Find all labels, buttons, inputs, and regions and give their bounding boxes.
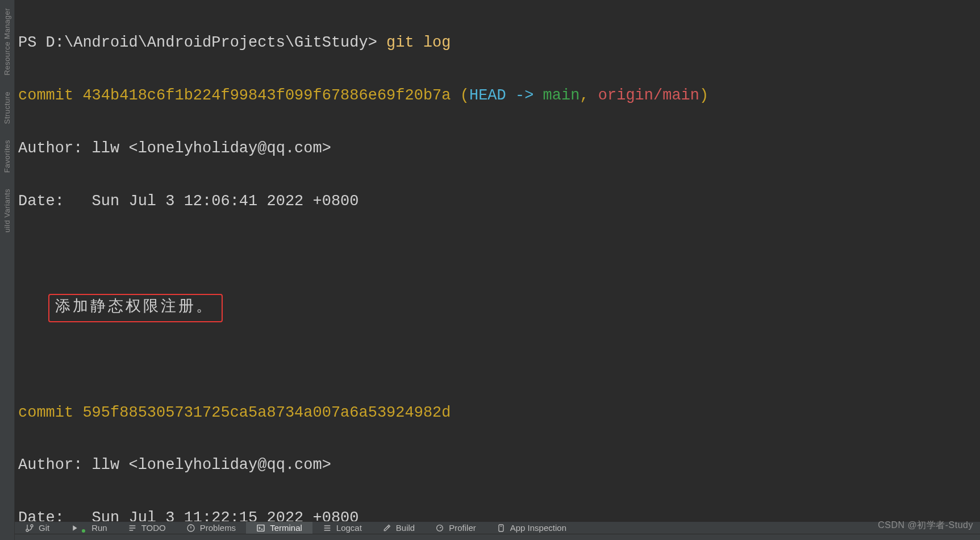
author-line: Author: llw <lonelyholiday@qq.com> [18,452,980,478]
terminal-icon [256,524,265,533]
tool-label: Run [91,523,107,533]
tool-logcat[interactable]: Logcat [312,522,372,534]
inspect-icon [497,524,506,533]
tool-build[interactable]: Build [372,522,425,534]
logcat-icon [323,524,332,533]
problems-icon [186,524,195,533]
tool-label: Problems [200,523,236,533]
date-line: Date: Sun Jul 3 12:06:41 2022 +0800 [18,188,980,214]
svg-rect-5 [499,525,503,531]
commit-hash: 434b418c6f1b224f99843f099f67886e69f20b7a [82,87,451,104]
remote-branch: origin/main [598,87,699,104]
tool-label: Build [396,523,415,533]
svg-rect-3 [257,525,264,531]
date-line: Date: Sun Jul 3 11:22:15 2022 +0800 [18,505,980,521]
tool-run[interactable]: Run [60,522,118,534]
run-status-dot [82,529,85,533]
left-tool-gutter: Resource Manager Structure Favorites uil… [0,0,15,540]
tool-profiler[interactable]: Profiler [425,522,486,534]
head-label: HEAD -> [469,87,543,104]
tool-label: Logcat [336,523,362,533]
tool-label: Terminal [270,523,302,533]
tool-app-inspection[interactable]: App Inspection [486,522,577,534]
tool-label: Profiler [449,523,476,533]
commit-label: commit [18,404,82,421]
build-icon [382,524,391,533]
commit-label: commit [18,87,82,104]
commit-hash: 595f885305731725ca5a8734a007a6a53924982d [82,404,451,421]
tool-problems[interactable]: Problems [176,522,246,534]
status-strip [15,534,980,540]
bottom-tool-bar: Git Run TODO Problems Terminal Logca [15,521,980,534]
author-line: Author: llw <lonelyholiday@qq.com> [18,135,980,161]
tool-git[interactable]: Git [15,522,60,534]
tool-terminal[interactable]: Terminal [246,522,312,534]
prompt-suffix: > [368,34,386,51]
typed-command: git log [386,34,451,51]
tool-label: TODO [141,523,166,533]
tool-label: App Inspection [510,523,566,533]
run-icon [70,524,79,533]
watermark-text: CSDN @初学者-Study [878,520,973,531]
gutter-build-variants[interactable]: uild Variants [3,181,11,240]
gutter-structure[interactable]: Structure [3,84,11,132]
msg-indent [18,298,55,315]
gutter-favorites[interactable]: Favorites [3,132,11,181]
head-branch: main [543,87,580,104]
refs-sep: , [579,87,598,104]
svg-point-1 [31,525,33,527]
todo-icon [128,524,137,533]
prompt-cwd: D:\Android\AndroidProjects\GitStudy [46,34,368,51]
prompt-prefix: PS [18,34,46,51]
tool-todo[interactable]: TODO [118,522,176,534]
commit-message: 添加静态权限注册。 [55,298,214,315]
profiler-icon [435,524,444,533]
refs-open: ( [451,87,469,104]
git-icon [25,524,34,533]
tool-label: Git [39,523,49,533]
refs-close: ) [699,87,708,104]
terminal-output[interactable]: PS D:\Android\AndroidProjects\GitStudy> … [15,0,980,521]
svg-point-0 [26,529,28,531]
gutter-resource-manager[interactable]: Resource Manager [3,0,11,84]
